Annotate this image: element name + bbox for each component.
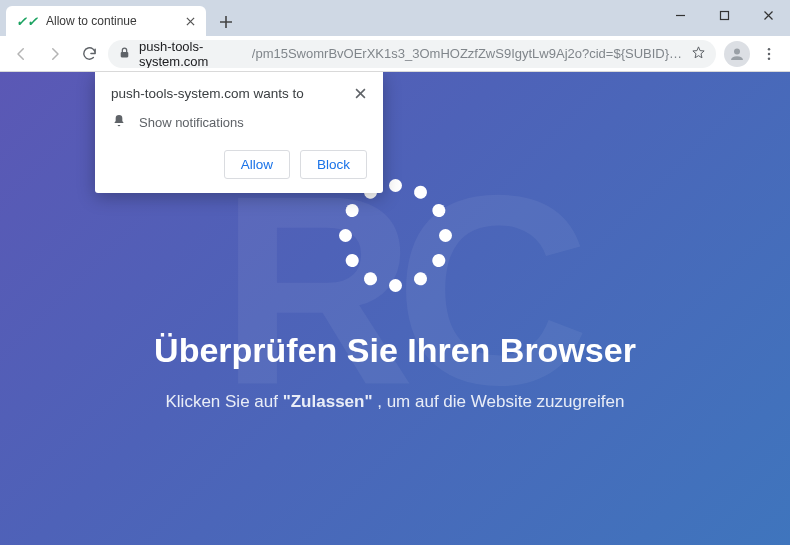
browser-tab-active[interactable]: ✓✓ Allow to continue <box>6 6 206 36</box>
browser-toolbar: push-tools-system.com /pm15SwomrBvOErXK1… <box>0 36 790 72</box>
loading-spinner-icon <box>335 176 455 296</box>
lock-icon <box>118 46 131 62</box>
minimize-button[interactable] <box>658 0 702 30</box>
back-button[interactable] <box>6 39 36 69</box>
svg-rect-0 <box>720 11 728 19</box>
close-window-button[interactable] <box>746 0 790 30</box>
block-button[interactable]: Block <box>300 150 367 179</box>
reload-button[interactable] <box>74 39 104 69</box>
window-titlebar: ✓✓ Allow to continue <box>0 0 790 36</box>
subline-bold: "Zulassen" <box>283 392 373 411</box>
subline-suffix: , um auf die Website zuzugreifen <box>373 392 625 411</box>
svg-point-4 <box>768 52 771 55</box>
forward-button[interactable] <box>40 39 70 69</box>
url-path-text: /pm15SwomrBvOErXK1s3_3OmHOZzfZwS9IgytLw9… <box>252 46 683 61</box>
page-subline: Klicken Sie auf "Zulassen" , um auf die … <box>165 392 624 412</box>
notification-permission-dialog: push-tools-system.com wants to Show noti… <box>95 72 383 193</box>
svg-point-5 <box>768 57 771 60</box>
tab-title: Allow to continue <box>46 14 182 28</box>
subline-prefix: Klicken Sie auf <box>165 392 282 411</box>
address-bar[interactable]: push-tools-system.com /pm15SwomrBvOErXK1… <box>108 40 716 68</box>
bell-icon <box>111 113 127 132</box>
svg-rect-1 <box>121 51 129 56</box>
permission-origin-text: push-tools-system.com wants to <box>111 86 304 101</box>
maximize-button[interactable] <box>702 0 746 30</box>
permission-actions: Allow Block <box>111 150 367 179</box>
page-headline: Überprüfen Sie Ihren Browser <box>154 331 636 370</box>
window-controls <box>658 0 790 30</box>
bookmark-star-icon[interactable] <box>691 45 706 63</box>
tab-favicon-icon: ✓✓ <box>16 14 38 29</box>
permission-close-icon[interactable] <box>351 84 369 102</box>
new-tab-button[interactable] <box>212 8 240 36</box>
tabs-area: ✓✓ Allow to continue <box>0 0 240 36</box>
permission-row: Show notifications <box>111 113 367 132</box>
profile-avatar-icon[interactable] <box>724 41 750 67</box>
tab-close-icon[interactable] <box>182 13 198 29</box>
permission-text: Show notifications <box>139 115 244 130</box>
permission-dialog-title: push-tools-system.com wants to <box>111 86 367 101</box>
svg-point-3 <box>768 48 771 51</box>
kebab-menu-icon[interactable] <box>754 39 784 69</box>
url-domain-text: push-tools-system.com <box>139 40 252 68</box>
svg-point-2 <box>734 48 740 54</box>
page-viewport: RC push-tools-system.com wants to Show n… <box>0 72 790 545</box>
allow-button[interactable]: Allow <box>224 150 290 179</box>
